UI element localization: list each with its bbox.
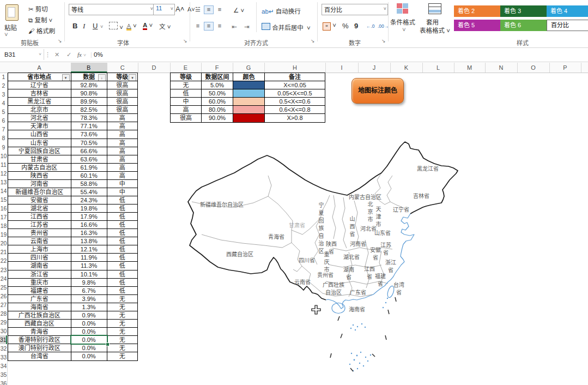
row-header-27[interactable]: 27 [0,300,8,309]
cell-A13[interactable]: 陕西省 [8,172,71,179]
style-tile-5[interactable]: 百分比 [547,20,588,31]
cell-C7[interactable]: 高 [107,122,137,130]
cell-A25[interactable]: 浙江省 [8,270,71,278]
cell-A17[interactable]: 湖北省 [8,204,71,212]
row-header-13[interactable]: 13 [0,178,8,187]
cell-C17[interactable]: 低 [107,204,137,212]
cell-A32[interactable]: 青海省 [8,328,71,335]
fill-handle[interactable] [106,342,110,346]
cell-C33[interactable]: 无 [107,336,137,344]
cell-B18[interactable]: 17.9% [71,213,107,220]
row-header-10[interactable]: 10 [0,152,8,160]
cell-B30[interactable]: 0.9% [71,311,107,319]
accounting-format-button[interactable]: ¤ ˅ [323,22,336,31]
row-header-29[interactable]: 29 [0,318,8,327]
cell-A7[interactable]: 天津市 [8,122,71,130]
cell-A30[interactable]: 广西壮族自治区 [8,311,71,319]
row-header-25[interactable]: 25 [0,283,8,292]
conditional-format-dropdown-icon[interactable]: ˅ [402,26,406,33]
cell-B26[interactable]: 9.8% [71,279,107,286]
cell-C35[interactable]: 无 [107,352,137,360]
cell-B24[interactable]: 11.3% [71,262,107,269]
cell-C6[interactable]: 高 [107,114,137,122]
column-header-G[interactable]: G [233,63,265,73]
cell-A22[interactable]: 上海市 [8,245,71,253]
align-center-icon[interactable]: ≡ [204,22,214,31]
underline-dropdown-icon[interactable]: ˅ [100,24,103,29]
cell-C29[interactable]: 无 [107,303,137,311]
cell-B9[interactable]: 70.5% [71,139,107,147]
style-tile-4[interactable]: 着色 6 [500,20,547,31]
cell-A12[interactable]: 内蒙古自治区 [8,164,71,171]
grow-font-button[interactable]: A˄ [175,5,184,13]
column-header-B[interactable]: B [71,63,107,73]
cell-B13[interactable]: 60.1% [71,172,107,179]
cell-B28[interactable]: 3.9% [71,295,107,303]
cell-A19[interactable]: 江苏省 [8,221,71,228]
percent-style-button[interactable]: % [342,22,349,30]
column-header-O[interactable]: O [517,63,550,73]
cell-A35[interactable]: 台湾省 [8,352,71,360]
cell-B12[interactable]: 61.9% [71,164,107,171]
row-header-36[interactable]: 36 [0,379,8,385]
row-header-28[interactable]: 28 [0,309,8,318]
number-format-select[interactable]: 百分比˅ [322,4,388,15]
cell-B25[interactable]: 10.1% [71,270,107,278]
cell-C25[interactable]: 低 [107,270,137,278]
row-header-30[interactable]: 30 [0,327,8,335]
row-header-5[interactable]: 5 [0,107,8,116]
formula-input[interactable]: 0% [94,49,103,60]
row-header-26[interactable]: 26 [0,292,8,300]
format-as-table-button-2[interactable]: 表格格式 ˅ [420,26,450,34]
merge-center-button[interactable]: 合并后居中 ˅ [262,23,311,32]
cell-C11[interactable]: 高 [107,155,137,163]
row-header-33[interactable]: 33 [0,353,8,362]
filter-icon[interactable]: ▾ [62,74,70,81]
conditional-format-icon[interactable] [397,3,409,14]
cell-C22[interactable]: 低 [107,245,137,253]
increase-decimal-button[interactable]: ←.0 [366,23,375,29]
cell-C20[interactable]: 低 [107,229,137,237]
row-header-7[interactable]: 7 [0,125,8,134]
cell-A5[interactable]: 北京市 [8,106,71,113]
cell-A18[interactable]: 江西省 [8,213,71,220]
copy-button[interactable]: ⧉ 复制 ˅ [28,15,52,24]
cell-C2[interactable]: 很高 [107,81,137,89]
cell-A26[interactable]: 重庆市 [8,279,71,286]
format-as-table-button[interactable]: 套用 [426,17,439,26]
name-box[interactable]: B31˅ [0,49,44,60]
style-tile-0[interactable]: 着色 2 [454,5,501,17]
column-header-H[interactable]: H [264,63,326,73]
cell-C3[interactable]: 很高 [107,89,137,97]
cell-B23[interactable]: 11.9% [71,254,107,261]
cell-B10[interactable]: 66.6% [71,147,107,155]
cell-B3[interactable]: 90.8% [71,89,107,97]
cell-C30[interactable]: 无 [107,311,137,319]
vertical-align-buttons[interactable]: ☱≡≡ [193,5,226,14]
number-dialog-launcher-icon[interactable]: ↘ [381,38,386,44]
row-header-17[interactable]: 17 [0,213,8,221]
conditional-format-button[interactable]: 条件格式 [390,17,415,26]
orientation-button[interactable]: ∠ ˅ [233,7,244,14]
cell-A9[interactable]: 山东省 [8,139,71,147]
cell-C14[interactable]: 中 [107,180,137,188]
cell-A3[interactable]: 吉林省 [8,89,71,97]
row-header-2[interactable]: 2 [0,81,8,90]
cell-C28[interactable]: 无 [107,295,137,303]
cell-B21[interactable]: 13.8% [71,237,107,245]
row-header-9[interactable]: 9 [0,143,8,152]
cell-A34[interactable]: 澳门特别行政区 [8,344,71,352]
cell-B35[interactable]: 0.0% [71,352,107,360]
cell-C24[interactable]: 低 [107,262,137,269]
row-header-34[interactable]: 34 [0,362,8,370]
column-header-F[interactable]: F [201,63,233,73]
cell-B27[interactable]: 6.7% [71,287,107,294]
row-header-19[interactable]: 19 [0,230,8,239]
font-dialog-launcher-icon[interactable]: ↘ [183,38,187,44]
cell-B19[interactable]: 16.6% [71,221,107,228]
cell-C5[interactable]: 很高 [107,106,137,113]
cell-C23[interactable]: 低 [107,254,137,261]
column-header-L[interactable]: L [422,63,454,73]
column-header-K[interactable]: K [390,63,423,73]
cell-A15[interactable]: 新疆维吾尔自治区 [8,188,71,196]
